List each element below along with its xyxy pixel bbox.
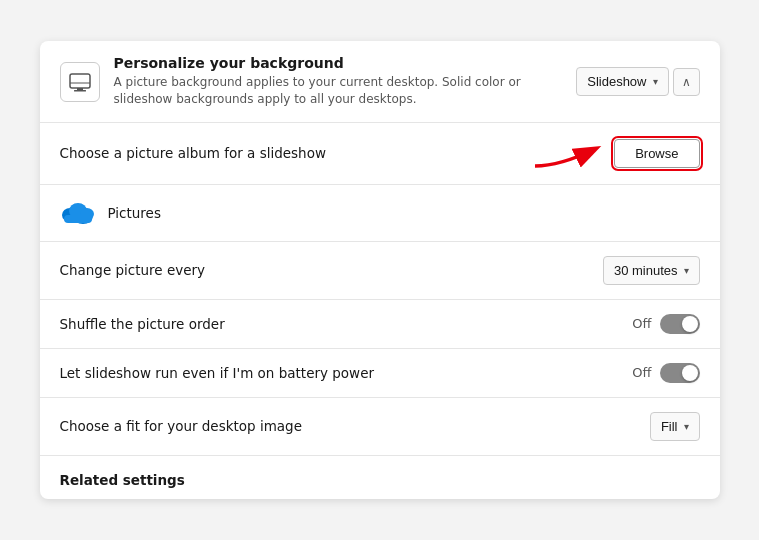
change-picture-dropdown[interactable]: 30 minutes ▾ [603, 256, 700, 285]
shuffle-row: Shuffle the picture order Off [40, 300, 720, 349]
chevron-up-icon: ∧ [682, 75, 691, 89]
arrow-annotation [530, 131, 610, 175]
toggle-thumb [682, 316, 698, 332]
choose-album-row: Choose a picture album for a slideshow B… [40, 123, 720, 185]
onedrive-icon [60, 199, 96, 227]
shuffle-control: Off [632, 314, 699, 334]
related-settings-section: Related settings [40, 456, 720, 499]
svg-rect-0 [70, 74, 90, 88]
battery-label: Let slideshow run even if I'm on battery… [60, 365, 375, 381]
header-row: Personalize your background A picture ba… [40, 41, 720, 123]
chevron-down-icon: ▾ [684, 265, 689, 276]
shuffle-label: Shuffle the picture order [60, 316, 225, 332]
header-description: A picture background applies to your cur… [114, 74, 563, 108]
svg-rect-2 [77, 88, 83, 90]
fit-row: Choose a fit for your desktop image Fill… [40, 398, 720, 456]
slideshow-dropdown[interactable]: Slideshow ▾ [576, 67, 668, 96]
header-controls: Slideshow ▾ ∧ [576, 67, 699, 96]
pictures-row: Pictures [40, 185, 720, 242]
chevron-down-icon: ▾ [653, 76, 658, 87]
svg-rect-9 [64, 215, 92, 223]
fit-label: Choose a fit for your desktop image [60, 418, 302, 434]
settings-panel: Personalize your background A picture ba… [40, 41, 720, 499]
change-picture-row: Change picture every 30 minutes ▾ [40, 242, 720, 300]
svg-rect-3 [74, 90, 86, 92]
related-settings-title: Related settings [60, 472, 185, 488]
background-icon [60, 62, 100, 102]
choose-album-label: Choose a picture album for a slideshow [60, 145, 326, 161]
header-title: Personalize your background [114, 55, 563, 71]
change-picture-label: Change picture every [60, 262, 206, 278]
battery-off-label: Off [632, 365, 651, 380]
battery-toggle[interactable] [660, 363, 700, 383]
browse-button[interactable]: Browse [614, 139, 699, 168]
collapse-button[interactable]: ∧ [673, 68, 700, 96]
fit-dropdown[interactable]: Fill ▾ [650, 412, 700, 441]
slideshow-value: Slideshow [587, 74, 646, 89]
chevron-down-icon: ▾ [684, 421, 689, 432]
header-text: Personalize your background A picture ba… [114, 55, 563, 108]
shuffle-toggle[interactable] [660, 314, 700, 334]
shuffle-off-label: Off [632, 316, 651, 331]
fit-value: Fill [661, 419, 678, 434]
change-picture-value: 30 minutes [614, 263, 678, 278]
battery-control: Off [632, 363, 699, 383]
pictures-label: Pictures [108, 205, 161, 221]
battery-row: Let slideshow run even if I'm on battery… [40, 349, 720, 398]
toggle-thumb [682, 365, 698, 381]
